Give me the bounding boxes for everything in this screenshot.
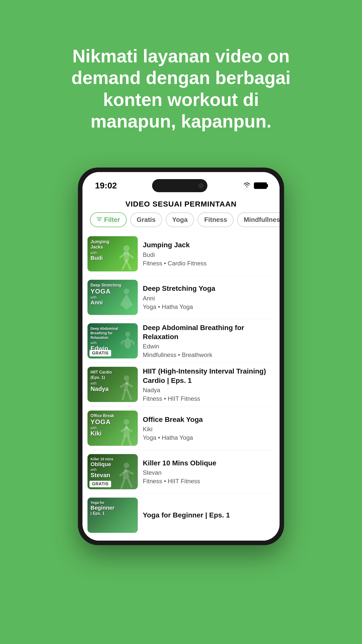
status-icons: [243, 182, 267, 190]
video-instructor: Stevan: [143, 469, 275, 476]
video-item[interactable]: Killer 10 mins Oblique with Stevan GRATI…: [87, 450, 275, 494]
hero-text: Nikmati layanan video on demand dengan b…: [30, 20, 332, 152]
video-thumbnail: Deep Stretching YOGA with Anni: [87, 280, 138, 315]
video-thumbnail: Yoga for Beginner | Eps. 1: [87, 498, 138, 533]
video-instructor: Kiki: [143, 426, 275, 433]
video-thumbnail: Killer 10 mins Oblique with Stevan GRATI…: [87, 454, 138, 489]
video-instructor: Anni: [143, 295, 275, 302]
svg-line-17: [128, 437, 131, 445]
filter-mindfullness[interactable]: Mindfullness: [237, 212, 280, 227]
svg-line-21: [121, 479, 124, 488]
svg-line-12: [128, 391, 131, 399]
video-instructor: Nadya: [143, 387, 275, 394]
filter-yoga[interactable]: Yoga: [166, 212, 194, 227]
video-info: HIIT (High-Intensity Interval Training) …: [143, 367, 275, 402]
gratis-badge: GRATIS: [89, 350, 111, 356]
svg-point-13: [124, 419, 129, 425]
video-title: HIIT (High-Intensity Interval Training) …: [143, 367, 275, 385]
video-title: Office Break Yoga: [143, 415, 275, 424]
filter-fitness[interactable]: Fitness: [198, 212, 234, 227]
svg-line-2: [123, 261, 126, 269]
video-tags: Fitness • HIIT Fitness: [143, 478, 275, 485]
video-info: Yoga for Beginner | Eps. 1: [143, 498, 275, 533]
video-title: Killer 10 Mins Oblique: [143, 459, 275, 468]
filter-label: Filter: [104, 216, 120, 224]
filter-button[interactable]: Filter: [90, 212, 127, 227]
status-bar: 19:02: [82, 172, 280, 195]
video-tags: Yoga • Hatha Yoga: [143, 434, 275, 441]
video-info: Deep Stretching Yoga Anni Yoga • Hatha Y…: [143, 280, 275, 315]
filter-mindfullness-label: Mindfullness: [244, 216, 280, 224]
svg-point-6: [124, 289, 129, 294]
video-title: Yoga for Beginner | Eps. 1: [143, 511, 275, 520]
video-thumbnail: HIIT Cardio(Eps. 1) with Nadya: [87, 367, 138, 402]
video-info: Deep Abdominal Breathing for Relaxation …: [143, 323, 275, 359]
video-info: Jumping Jack Budi Fitness • Cardio Fitne…: [143, 236, 275, 271]
video-item[interactable]: Yoga for Beginner | Eps. 1 Yoga for Begi…: [87, 494, 275, 541]
phone-screen: 19:02: [82, 172, 280, 541]
video-thumbnail: Office Break YOGA with Kiki: [87, 411, 138, 446]
hero-section: Nikmati layanan video on demand dengan b…: [0, 0, 362, 168]
svg-line-22: [128, 479, 131, 487]
svg-point-7: [125, 332, 130, 337]
status-time: 19:02: [95, 181, 117, 190]
video-info: Office Break Yoga Kiki Yoga • Hatha Yoga: [143, 411, 275, 446]
svg-line-3: [126, 261, 130, 269]
svg-point-18: [124, 463, 129, 468]
video-instructor: Budi: [143, 251, 275, 258]
svg-line-16: [122, 437, 125, 445]
video-instructor: Edwin: [143, 343, 275, 350]
filter-yoga-label: Yoga: [172, 216, 188, 224]
notch: [152, 179, 207, 192]
phone-device: 19:02: [78, 168, 284, 545]
video-item[interactable]: JumpingJacks with Budi: [87, 232, 275, 276]
video-info: Killer 10 Mins Oblique Stevan Fitness • …: [143, 454, 275, 489]
filter-gratis[interactable]: Gratis: [130, 212, 162, 227]
video-tags: Fitness • Cardio Fitness: [143, 260, 275, 267]
video-title: Jumping Jack: [143, 240, 275, 250]
video-item[interactable]: HIIT Cardio(Eps. 1) with Nadya: [87, 363, 275, 407]
wifi-icon: [243, 182, 251, 190]
camera: [198, 183, 203, 188]
filter-fitness-label: Fitness: [204, 216, 227, 224]
filter-bar: Filter Gratis Yoga Fitness Mindfullness …: [82, 212, 280, 232]
video-tags: Fitness • HIIT Fitness: [143, 395, 275, 402]
video-tags: Yoga • Hatha Yoga: [143, 303, 275, 310]
video-title: Deep Abdominal Breathing for Relaxation: [143, 323, 275, 342]
video-item[interactable]: Deep Stretching YOGA with Anni: [87, 276, 275, 319]
screen-content: VIDEO SESUAI PERMINTAAN Filter Gratis Yo…: [82, 195, 280, 541]
page-title: VIDEO SESUAI PERMINTAAN: [82, 195, 280, 212]
video-list: JumpingJacks with Budi: [82, 232, 280, 541]
battery-icon: [254, 182, 267, 189]
filter-gratis-label: Gratis: [137, 216, 156, 224]
svg-line-11: [123, 391, 125, 399]
video-item[interactable]: Office Break YOGA with Kiki: [87, 407, 275, 450]
svg-point-0: [123, 245, 129, 251]
video-item[interactable]: Deep AbdominalBreathing forRelaxation wi…: [87, 319, 275, 363]
video-thumbnail: Deep AbdominalBreathing forRelaxation wi…: [87, 323, 138, 358]
gratis-badge: GRATIS: [89, 481, 111, 487]
video-tags: Mindfullness • Breathwork: [143, 351, 275, 358]
video-thumbnail: JumpingJacks with Budi: [87, 236, 138, 271]
svg-point-8: [124, 375, 129, 381]
video-title: Deep Stretching Yoga: [143, 284, 275, 293]
